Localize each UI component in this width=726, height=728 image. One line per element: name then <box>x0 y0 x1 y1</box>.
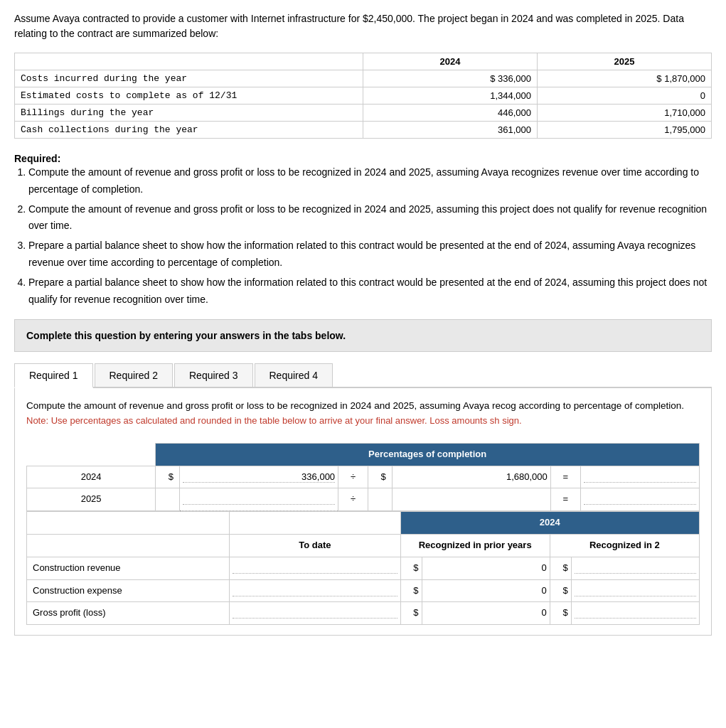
row-val-2024: 1,344,000 <box>363 87 538 105</box>
tab-main-text: Compute the amount of revenue and gross … <box>26 398 700 414</box>
val-prior-revenue: 0 <box>422 557 550 579</box>
val1-2025-input[interactable] <box>183 493 335 505</box>
result-2024-input[interactable] <box>584 471 696 483</box>
val-prior-expense: 0 <box>422 579 550 602</box>
required-label: Required: <box>14 153 712 164</box>
tabs-container: Required 1Required 2Required 3Required 4 <box>14 363 712 388</box>
dollar-prior-revenue: $ <box>400 557 422 579</box>
gross-profit-current-input[interactable] <box>575 607 696 619</box>
construction-revenue-to-date-input[interactable] <box>233 562 397 574</box>
col-header-2024: 2024 <box>363 53 538 70</box>
requirement-3: Prepare a partial balance sheet to show … <box>28 237 712 272</box>
val1-2024-input[interactable] <box>183 471 335 483</box>
eq-sign-2025: = <box>550 488 580 511</box>
dollar-current-revenue: $ <box>550 557 571 579</box>
tab-note-text: Note: Use percentages as calculated and … <box>26 414 700 429</box>
eq-sign-2024: = <box>550 466 580 488</box>
requirement-4: Prepare a partial balance sheet to show … <box>28 274 712 309</box>
dollar-sign-2-2025 <box>368 488 392 511</box>
construction-expense-to-date-input[interactable] <box>233 585 397 596</box>
row-val-2025: 1,710,000 <box>538 105 712 122</box>
construction-revenue-label: Construction revenue <box>27 557 230 579</box>
row-val-2024: 361,000 <box>363 122 538 139</box>
year-2024-header: 2024 <box>400 512 699 535</box>
year-2025: 2025 <box>27 488 156 511</box>
row-label: Billings during the year <box>15 105 363 122</box>
col-prior-header: Recognized in prior years <box>400 534 550 557</box>
data-table-row: Costs incurred during the year $ 336,000… <box>15 70 712 87</box>
year-2024: 2024 <box>27 466 156 488</box>
col-header-2025: 2025 <box>538 53 712 70</box>
row-val-2025: 0 <box>538 87 712 105</box>
tab-required-1[interactable]: Required 1 <box>14 363 93 388</box>
gross-profit-label: Gross profit (loss) <box>27 602 230 625</box>
result-2025-input[interactable] <box>584 493 696 505</box>
tab-required-2[interactable]: Required 2 <box>95 363 174 387</box>
dollar-current-expense: $ <box>550 579 571 602</box>
complete-box: Complete this question by entering your … <box>14 319 712 352</box>
div-sign-2025: ÷ <box>338 488 368 511</box>
dollar-prior-gp: $ <box>400 602 422 625</box>
row-val-2024: 446,000 <box>363 105 538 122</box>
data-summary-table: 2024 2025 Costs incurred during the year… <box>14 53 712 139</box>
completion-section: Percentages of completion 2024 $ ÷ $ = <box>26 443 700 625</box>
row-label: Estimated costs to complete as of 12/31 <box>15 87 363 105</box>
row-val-2024: $ 336,000 <box>363 70 538 87</box>
dollar-current-gp: $ <box>550 602 571 625</box>
recognition-table: 2024 To date Recognized in prior years R… <box>26 511 700 625</box>
data-table-row: Billings during the year 446,000 1,710,0… <box>15 105 712 122</box>
dollar-sign-1-2025 <box>156 488 180 511</box>
tab-required-4[interactable]: Required 4 <box>255 363 333 387</box>
dollar-prior-expense: $ <box>400 579 422 602</box>
data-table-row: Estimated costs to complete as of 12/31 … <box>15 87 712 105</box>
data-table-row: Cash collections during the year 361,000… <box>15 122 712 139</box>
col-current-header: Recognized in 2 <box>550 534 699 557</box>
row-label: Cash collections during the year <box>15 122 363 139</box>
construction-expense-current-input[interactable] <box>575 585 696 596</box>
tab-required-3[interactable]: Required 3 <box>174 363 253 387</box>
col-to-date-header: To date <box>230 534 400 557</box>
row-label: Costs incurred during the year <box>15 70 363 87</box>
empty-spacer <box>27 512 230 535</box>
div-sign-2024: ÷ <box>338 466 368 488</box>
construction-expense-label: Construction expense <box>27 579 230 602</box>
row-val-2025: $ 1,870,000 <box>538 70 712 87</box>
required-section: Required: Compute the amount of revenue … <box>14 153 712 308</box>
empty-header <box>27 534 230 557</box>
tab-content: Compute the amount of revenue and gross … <box>14 388 712 636</box>
gross-profit-to-date-input[interactable] <box>233 607 397 619</box>
requirement-2: Compute the amount of revenue and gross … <box>28 201 712 235</box>
requirement-1: Compute the amount of revenue and gross … <box>28 164 712 198</box>
requirements-list: Compute the amount of revenue and gross … <box>14 164 712 308</box>
val2-2025-input[interactable] <box>395 493 548 504</box>
val-prior-gp: 0 <box>422 602 550 625</box>
dollar-sign-1: $ <box>156 466 180 488</box>
construction-revenue-current-input[interactable] <box>575 562 696 574</box>
row-val-2025: 1,795,000 <box>538 122 712 139</box>
completion-header: Percentages of completion <box>156 443 700 466</box>
dollar-sign-2-2024: $ <box>368 466 392 488</box>
intro-paragraph: Assume Avaya contracted to provide a cus… <box>14 11 712 41</box>
val2-2024-input[interactable] <box>395 471 548 482</box>
to-date-spacer <box>230 512 400 535</box>
completion-table: Percentages of completion 2024 $ ÷ $ = <box>26 443 700 511</box>
